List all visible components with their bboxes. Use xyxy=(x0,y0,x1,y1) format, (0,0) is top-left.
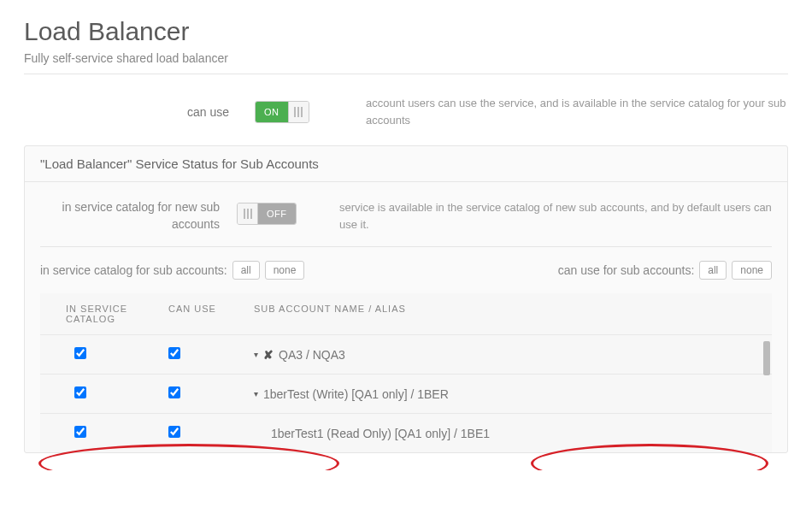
canuse-none-button[interactable]: none xyxy=(732,261,772,280)
can-use-description: account users can use the service, and i… xyxy=(366,95,788,128)
catalog-new-toggle[interactable]: OFF xyxy=(237,203,297,225)
col-name: SUB ACCOUNT NAME / ALIAS xyxy=(245,293,772,335)
filter-catalog-label: in service catalog for sub accounts: xyxy=(40,263,227,277)
can-use-row: can use ON account users can use the ser… xyxy=(24,95,788,128)
table-row: ▾✘QA3 / NQA3 xyxy=(40,335,772,375)
catalog-all-button[interactable]: all xyxy=(232,261,260,280)
panel-divider xyxy=(40,246,772,247)
account-name[interactable]: QA3 / NQA3 xyxy=(279,348,345,362)
account-name[interactable]: 1berTest (Write) [QA1 only] / 1BER xyxy=(263,387,449,401)
can-use-checkbox[interactable] xyxy=(168,426,180,438)
can-use-label: can use xyxy=(24,105,255,119)
x-mark-icon: ✘ xyxy=(263,348,274,362)
table-row: 1berTest1 (Read Only) [QA1 only] / 1BE1 xyxy=(40,414,772,453)
caret-down-icon[interactable]: ▾ xyxy=(254,350,258,359)
scrollbar-thumb[interactable] xyxy=(763,341,770,375)
can-use-toggle[interactable]: ON xyxy=(255,101,309,123)
filter-canuse-label: can use for sub accounts: xyxy=(558,263,695,277)
can-use-checkbox[interactable] xyxy=(168,386,180,398)
page-container: Load Balancer Fully self-service shared … xyxy=(0,0,812,470)
sub-accounts-table-wrap: IN SERVICE CATALOG CAN USE SUB ACCOUNT N… xyxy=(40,293,772,452)
can-use-checkbox[interactable] xyxy=(168,347,180,359)
in-catalog-checkbox[interactable] xyxy=(74,347,86,359)
table-row: ▾1berTest (Write) [QA1 only] / 1BER xyxy=(40,375,772,414)
in-catalog-checkbox[interactable] xyxy=(74,386,86,398)
divider xyxy=(24,74,788,74)
col-can-use: CAN USE xyxy=(160,293,245,335)
toggle-off-label: OFF xyxy=(258,204,296,224)
page-subtitle: Fully self-service shared load balancer xyxy=(24,51,788,65)
catalog-none-button[interactable]: none xyxy=(265,261,305,280)
caret-down-icon[interactable]: ▾ xyxy=(254,389,258,398)
canuse-all-button[interactable]: all xyxy=(699,261,727,280)
toggle-on-label: ON xyxy=(256,102,288,122)
sub-accounts-table: IN SERVICE CATALOG CAN USE SUB ACCOUNT N… xyxy=(40,293,772,452)
catalog-new-description: service is available in the service cata… xyxy=(339,199,772,233)
col-in-catalog: IN SERVICE CATALOG xyxy=(40,293,160,335)
catalog-new-label: in service catalog for new sub accounts xyxy=(40,199,237,233)
filter-canuse-group: can use for sub accounts: all none xyxy=(558,261,772,280)
filter-catalog-group: in service catalog for sub accounts: all… xyxy=(40,261,304,280)
account-name[interactable]: 1berTest1 (Read Only) [QA1 only] / 1BE1 xyxy=(271,427,490,440)
catalog-new-row: in service catalog for new sub accounts … xyxy=(40,199,772,246)
toggle-handle-icon xyxy=(288,102,309,122)
toggle-handle-icon xyxy=(238,204,258,224)
page-title: Load Balancer xyxy=(24,17,788,46)
in-catalog-checkbox[interactable] xyxy=(74,426,86,438)
filter-row: in service catalog for sub accounts: all… xyxy=(40,261,772,293)
panel-title: "Load Balancer" Service Status for Sub A… xyxy=(25,146,787,182)
sub-accounts-panel: "Load Balancer" Service Status for Sub A… xyxy=(24,145,788,453)
